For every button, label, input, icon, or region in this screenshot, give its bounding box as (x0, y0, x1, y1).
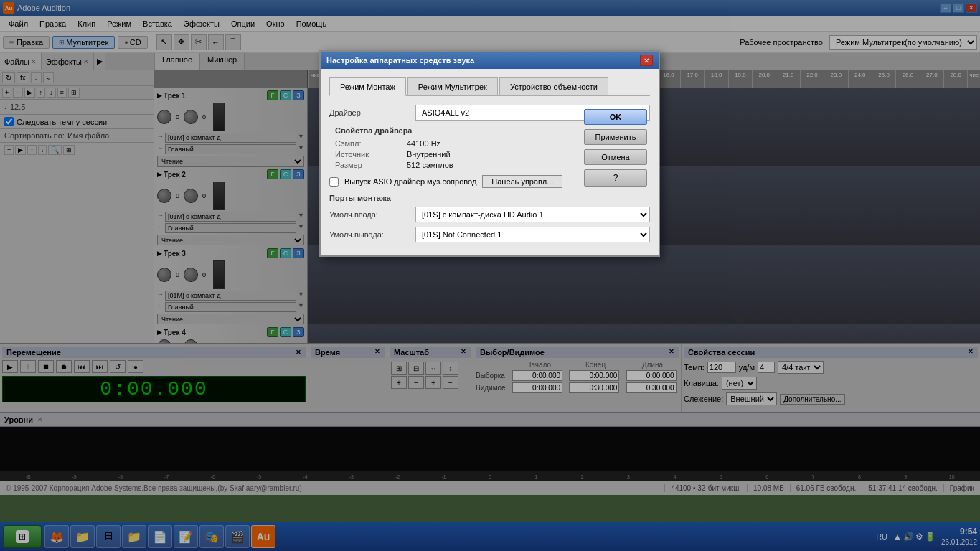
ports-label: Порты монтажа (329, 194, 650, 202)
dialog-titlebar: Настройка аппаратных средств звука ✕ (321, 52, 659, 69)
btn-help[interactable]: ? (584, 169, 647, 187)
btn-ok[interactable]: OK (584, 109, 647, 125)
dialog-tab-surround[interactable]: Устройство объемности (499, 77, 608, 95)
dialog-tabs: Режим Монтаж Режим Мультитрек Устройство… (329, 77, 650, 96)
size-val: 512 сэмплов (407, 161, 453, 169)
dialog-tab-montage[interactable]: Режим Монтаж (329, 77, 406, 96)
panel-btn[interactable]: Панель управл... (482, 175, 562, 188)
sample-val: 44100 Hz (407, 139, 440, 148)
dialog-tab-multitrack[interactable]: Режим Мультитрек (407, 77, 498, 95)
modal-overlay: Настройка аппаратных средств звука ✕ Реж… (0, 0, 980, 551)
asio-label: Выпуск ASIO драйвер муз.сопровод (344, 177, 476, 186)
input-select[interactable]: [01S] с компакт-диска HD Audio 1 (415, 207, 650, 222)
dialog-hardware-settings: Настройка аппаратных средств звука ✕ Реж… (319, 50, 660, 257)
output-label: Умолч.вывода: (329, 230, 415, 239)
source-key: Источник (335, 150, 407, 159)
dialog-buttons: OK Применить Отмена ? (584, 109, 647, 187)
input-port-row: Умолч.ввода: [01S] с компакт-диска HD Au… (329, 207, 650, 222)
ports-section: Порты монтажа Умолч.ввода: [01S] с компа… (329, 194, 650, 242)
btn-cancel[interactable]: Отмена (584, 149, 647, 165)
source-val: Внутренний (407, 150, 451, 159)
driver-label: Драйвер (329, 108, 415, 117)
size-key: Размер (335, 161, 407, 169)
dialog-close-btn[interactable]: ✕ (640, 55, 653, 66)
dialog-title: Настройка аппаратных средств звука (326, 56, 474, 65)
dialog-content: Режим Монтаж Режим Мультитрек Устройство… (321, 69, 659, 255)
asio-checkbox[interactable] (329, 177, 339, 187)
input-label: Умолч.ввода: (329, 210, 415, 219)
output-port-row: Умолч.вывода: [01S] Not Connected 1 (329, 227, 650, 242)
btn-apply[interactable]: Применить (584, 129, 647, 145)
sample-key: Сэмпл: (335, 139, 407, 148)
output-select[interactable]: [01S] Not Connected 1 (415, 227, 650, 242)
